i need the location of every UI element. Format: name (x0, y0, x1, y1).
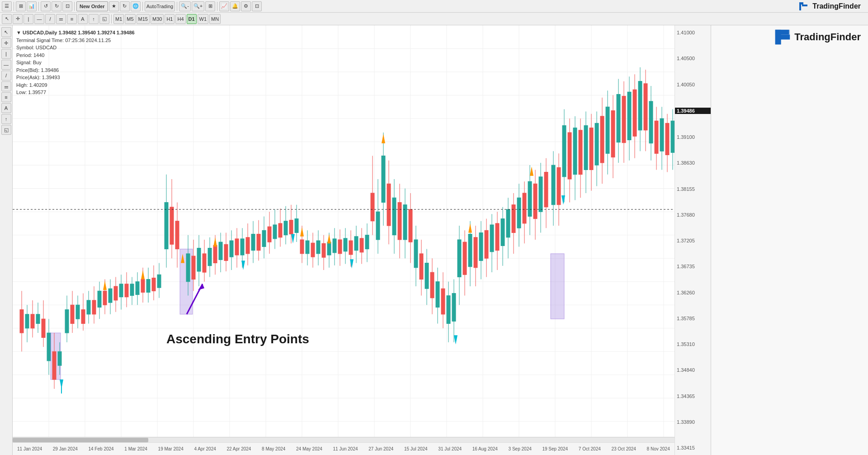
tool-shapes[interactable]: ◱ (99, 14, 109, 24)
tool-arrow-up[interactable]: ↑ (89, 14, 99, 24)
toolbar-grid[interactable]: ⊞ (205, 1, 215, 11)
svg-rect-95 (186, 254, 190, 282)
toolbar-chart-type[interactable]: 📊 (27, 1, 37, 11)
svg-rect-229 (552, 165, 555, 205)
svg-rect-253 (617, 94, 620, 142)
chart-area[interactable]: ▼ USDCAD,Daily 1.39482 1.39540 1.39274 1… (13, 25, 675, 455)
tool-arrow-sb[interactable]: ↑ (1, 114, 11, 124)
tool-hline[interactable]: — (34, 14, 44, 24)
tool-vline-sb[interactable]: | (1, 49, 11, 59)
svg-rect-205 (485, 230, 488, 258)
svg-rect-44 (42, 319, 45, 337)
svg-rect-123 (262, 230, 266, 246)
svg-rect-85 (152, 278, 156, 291)
autotrading-button[interactable]: AutoTrading (145, 1, 175, 11)
tf-w1[interactable]: W1 (198, 14, 209, 24)
tf-m1[interactable]: M1 (113, 14, 124, 24)
date-label-10: 27 Jun 2024 (368, 446, 393, 451)
svg-rect-243 (590, 128, 593, 170)
svg-rect-197 (463, 242, 467, 275)
svg-rect-65 (98, 291, 101, 307)
svg-rect-199 (468, 234, 472, 267)
toolbar-indicators[interactable]: 📈 (219, 1, 229, 11)
tool-text[interactable]: A (78, 14, 88, 24)
horizontal-scrollbar[interactable] (13, 437, 675, 442)
svg-rect-79 (136, 282, 139, 295)
toolbar-zoom-out[interactable]: 🔍- (179, 1, 191, 11)
date-label-18: 8 Nov 2024 (647, 446, 670, 451)
svg-rect-269 (660, 118, 664, 151)
tf-m30[interactable]: M30 (151, 14, 164, 24)
top-toolbar[interactable]: ☰ ⊞ 📊 ↺ ↻ ⊡ New Order ★ ↻ 🌐 AutoTrading … (0, 0, 868, 13)
candlestick-chart[interactable] (13, 25, 675, 455)
svg-rect-257 (627, 92, 631, 140)
svg-rect-263 (644, 84, 647, 130)
tool-trendline-sb[interactable]: / (1, 71, 11, 81)
svg-rect-38 (25, 314, 29, 328)
svg-rect-183 (425, 263, 429, 289)
drawing-toolbar[interactable]: ↖ ✛ | — / ⚌ ≡ A ↑ ◱ M1 M5 M15 M30 H1 H4 … (0, 13, 868, 25)
tool-text-sb[interactable]: A (1, 103, 11, 113)
svg-rect-247 (600, 116, 604, 163)
toolbar-menu[interactable]: ☰ (2, 1, 12, 11)
date-label-6: 22 Apr 2024 (226, 446, 251, 451)
toolbar-new-chart[interactable]: ⊞ (16, 1, 26, 11)
price-level-9: 1.36735 (675, 264, 711, 269)
tool-hline-sb[interactable]: — (1, 60, 11, 70)
tool-line[interactable]: / (45, 14, 55, 24)
svg-rect-119 (251, 234, 255, 251)
toolbar-forward[interactable]: ↻ (52, 1, 61, 11)
toolbar-globe[interactable]: 🌐 (131, 1, 141, 11)
signal-down-arrow-6 (327, 234, 331, 244)
tool-vline[interactable]: | (24, 14, 33, 24)
svg-rect-63 (92, 300, 96, 314)
tf-m5[interactable]: M5 (125, 14, 135, 24)
svg-rect-101 (203, 254, 206, 272)
separator (177, 2, 177, 11)
tf-h1[interactable]: H1 (165, 14, 175, 24)
tool-fib-sb[interactable]: ≡ (1, 92, 11, 102)
tf-m15[interactable]: M15 (137, 14, 150, 24)
svg-rect-153 (344, 238, 347, 251)
svg-rect-57 (76, 305, 80, 319)
scrollbar-thumb[interactable] (13, 438, 148, 442)
date-label-16: 7 Oct 2024 (579, 446, 601, 451)
price-level-1: 1.41000 (675, 30, 711, 35)
toolbar-more[interactable]: ⊡ (252, 1, 262, 11)
tf-h4[interactable]: H4 (175, 14, 185, 24)
svg-rect-71 (114, 286, 118, 300)
tool-shapes-sb[interactable]: ◱ (1, 125, 11, 135)
svg-rect-151 (338, 240, 342, 254)
svg-rect-161 (365, 235, 369, 249)
svg-rect-105 (213, 245, 217, 263)
date-label-7: 8 May 2024 (262, 446, 285, 451)
tool-channel[interactable]: ⚌ (56, 14, 66, 24)
tool-channel-sb[interactable]: ⚌ (1, 81, 11, 91)
tool-cursor-sb[interactable]: ↖ (1, 27, 11, 37)
toolbar-refresh[interactable]: ⊡ (62, 1, 72, 11)
svg-rect-265 (649, 101, 653, 143)
svg-rect-259 (633, 90, 637, 136)
toolbar-settings[interactable]: ⚙ (241, 1, 251, 11)
toolbar-back[interactable]: ↺ (41, 1, 51, 11)
svg-rect-207 (490, 225, 494, 252)
price-level-3: 1.40050 (675, 82, 711, 87)
toolbar-reload[interactable]: ↻ (120, 1, 130, 11)
svg-rect-185 (430, 272, 434, 298)
svg-rect-173 (398, 203, 401, 240)
new-order-button[interactable]: New Order (76, 1, 108, 11)
tool-fib[interactable]: ≡ (67, 14, 77, 24)
tf-d1[interactable]: D1 (187, 14, 197, 24)
tool-cursor[interactable]: ↖ (2, 14, 12, 24)
svg-rect-49 (52, 351, 56, 379)
svg-rect-203 (479, 233, 483, 261)
toolbar-alerts[interactable]: 🔔 (230, 1, 240, 11)
toolbar-star[interactable]: ★ (109, 1, 119, 11)
tool-crosshair[interactable]: ✛ (13, 14, 23, 24)
tool-crosshair-sb[interactable]: ✛ (1, 38, 11, 48)
left-sidebar: ↖ ✛ | — / ⚌ ≡ A ↑ ◱ (0, 25, 13, 455)
toolbar-zoom-in[interactable]: 🔍+ (192, 1, 204, 11)
svg-rect-231 (557, 167, 561, 204)
current-price-label: 1.39486 (675, 108, 711, 114)
tf-mn[interactable]: MN (209, 14, 221, 24)
